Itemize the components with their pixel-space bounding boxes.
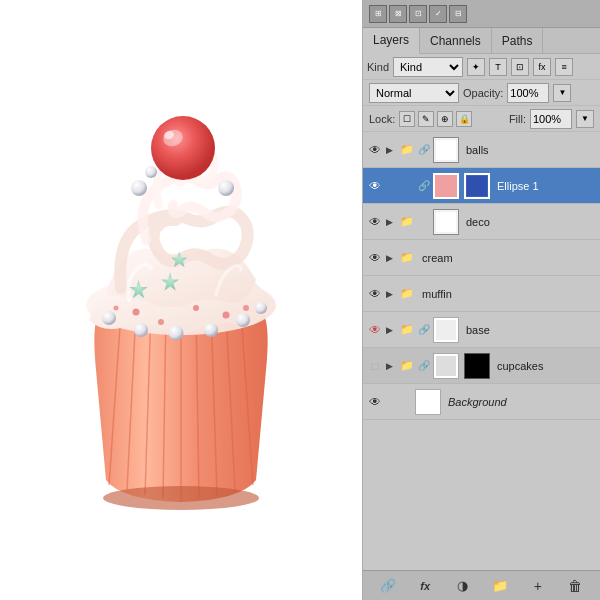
tab-channels[interactable]: Channels [420, 28, 492, 53]
thumb-deco [433, 209, 459, 235]
kind-label: Kind [367, 61, 389, 73]
svg-point-11 [193, 305, 199, 311]
folder-icon-balls: 📁 [399, 142, 415, 158]
blend-row: Normal Opacity: ▼ [363, 80, 600, 106]
folder-icon-muffin: 📁 [399, 286, 415, 302]
visibility-icon-base[interactable]: 👁 [367, 322, 383, 338]
fill-stepper[interactable]: ▼ [576, 110, 594, 128]
folder-icon-base: 📁 [399, 322, 415, 338]
kind-icon-5[interactable]: ≡ [555, 58, 573, 76]
layer-item-balls[interactable]: 👁 ▶ 📁 🔗 balls [363, 132, 600, 168]
layer-item-background[interactable]: 👁 Background [363, 384, 600, 420]
layer-name-ellipse1: Ellipse 1 [497, 180, 539, 192]
visibility-icon-balls[interactable]: 👁 [367, 142, 383, 158]
svg-rect-39 [436, 356, 456, 376]
opacity-label: Opacity: [463, 87, 503, 99]
fill-input[interactable] [530, 109, 572, 129]
svg-rect-34 [467, 176, 487, 196]
toolbar-icon-3[interactable]: ⊡ [409, 5, 427, 23]
folder-icon-deco: 📁 [399, 214, 415, 230]
svg-rect-35 [435, 211, 457, 233]
svg-point-19 [204, 323, 218, 337]
layer-item-cupcakes[interactable]: □ ▶ 📁 🔗 cupcakes [363, 348, 600, 384]
svg-rect-40 [416, 390, 440, 414]
svg-point-21 [255, 302, 267, 314]
opacity-stepper[interactable]: ▼ [553, 84, 571, 102]
svg-point-17 [134, 323, 148, 337]
folder-icon-cream: 📁 [399, 250, 415, 266]
adjustment-icon[interactable]: ◑ [454, 577, 472, 595]
delete-icon[interactable]: 🗑 [566, 577, 584, 595]
svg-point-18 [169, 326, 184, 341]
toolbar-icon-2[interactable]: ⊠ [389, 5, 407, 23]
svg-point-10 [133, 309, 140, 316]
visibility-icon-muffin[interactable]: 👁 [367, 286, 383, 302]
panel-tabs: Layers Channels Paths [363, 28, 600, 54]
lock-label: Lock: [369, 113, 395, 125]
layer-name-muffin: muffin [422, 288, 452, 300]
layer-name-balls: balls [466, 144, 489, 156]
toolbar-icon-1[interactable]: ⊞ [369, 5, 387, 23]
visibility-icon-cream[interactable]: 👁 [367, 250, 383, 266]
shape-icon-ellipse1 [399, 178, 415, 194]
blend-mode-select[interactable]: Normal [369, 83, 459, 103]
layer-item-cream[interactable]: 👁 ▶ 📁 cream [363, 240, 600, 276]
svg-point-25 [151, 116, 215, 180]
mask-thumb-cupcakes [464, 353, 490, 379]
layer-name-cupcakes: cupcakes [497, 360, 543, 372]
lock-position-btn[interactable]: ✎ [418, 111, 434, 127]
tab-paths[interactable]: Paths [492, 28, 544, 53]
thumb-cupcakes [433, 353, 459, 379]
visibility-icon-cupcakes[interactable]: □ [367, 358, 383, 374]
folder-icon-cupcakes: 📁 [399, 358, 415, 374]
kind-select[interactable]: Kind [393, 57, 463, 77]
kind-icon-4[interactable]: fx [533, 58, 551, 76]
toolbar-icon-5[interactable]: ⊟ [449, 5, 467, 23]
fill-label: Fill: [509, 113, 526, 125]
svg-point-12 [223, 312, 230, 319]
arrow-balls[interactable]: ▶ [386, 145, 396, 155]
svg-point-28 [131, 180, 147, 196]
thumb-background [415, 389, 441, 415]
chain-balls: 🔗 [418, 144, 430, 155]
layer-name-cream: cream [422, 252, 453, 264]
arrow-muffin[interactable]: ▶ [386, 289, 396, 299]
arrow-base[interactable]: ▶ [386, 325, 396, 335]
layer-name-background: Background [448, 396, 507, 408]
layer-name-base: base [466, 324, 490, 336]
lock-all-btn[interactable]: 🔒 [456, 111, 472, 127]
canvas-area [0, 0, 362, 600]
fx-icon[interactable]: fx [416, 577, 434, 595]
new-group-icon[interactable]: 📁 [491, 577, 509, 595]
layer-item-ellipse1[interactable]: 👁 🔗 Ellipse 1 [363, 168, 600, 204]
arrow-cream[interactable]: ▶ [386, 253, 396, 263]
link-icon[interactable]: 🔗 [379, 577, 397, 595]
kind-icon-2[interactable]: T [489, 58, 507, 76]
chain-base: 🔗 [418, 324, 430, 335]
toolbar-icon-4[interactable]: ✓ [429, 5, 447, 23]
layer-item-muffin[interactable]: 👁 ▶ 📁 muffin [363, 276, 600, 312]
visibility-icon-ellipse1[interactable]: 👁 [367, 178, 383, 194]
arrow-deco[interactable]: ▶ [386, 217, 396, 227]
kind-row: Kind Kind ✦ T ⊡ fx ≡ [363, 54, 600, 80]
layer-item-base[interactable]: 👁 ▶ 📁 🔗 base [363, 312, 600, 348]
lock-artboard-btn[interactable]: ⊕ [437, 111, 453, 127]
new-layer-icon[interactable]: + [529, 577, 547, 595]
svg-rect-37 [436, 320, 456, 340]
kind-icon-3[interactable]: ⊡ [511, 58, 529, 76]
kind-icon-1[interactable]: ✦ [467, 58, 485, 76]
layer-item-deco[interactable]: 👁 ▶ 📁 deco [363, 204, 600, 240]
bottom-toolbar: 🔗 fx ◑ 📁 + 🗑 [363, 570, 600, 600]
svg-point-30 [145, 166, 157, 178]
svg-point-33 [437, 177, 455, 195]
layer-name-deco: deco [466, 216, 490, 228]
layers-panel: ⊞ ⊠ ⊡ ✓ ⊟ Layers Channels Paths Kind Kin… [362, 0, 600, 600]
svg-point-29 [218, 180, 234, 196]
svg-point-15 [114, 306, 119, 311]
opacity-input[interactable] [507, 83, 549, 103]
visibility-icon-deco[interactable]: 👁 [367, 214, 383, 230]
lock-pixels-btn[interactable]: ☐ [399, 111, 415, 127]
visibility-icon-background[interactable]: 👁 [367, 394, 383, 410]
arrow-cupcakes[interactable]: ▶ [386, 361, 396, 371]
tab-layers[interactable]: Layers [363, 28, 420, 54]
